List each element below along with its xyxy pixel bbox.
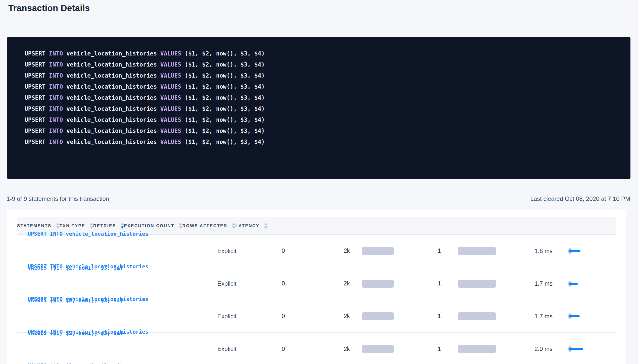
- execution-count-bar: [362, 345, 394, 353]
- sql-statement-line: UPSERT INTO vehicle_location_histories V…: [25, 114, 620, 125]
- statement-link-line2: VALUES ($1, $2, now(), $3, $4): [28, 360, 211, 364]
- retries-cell: 0: [274, 313, 334, 320]
- txn-type-cell: Explicit: [211, 345, 274, 352]
- sql-statement-line: UPSERT INTO vehicle_location_histories V…: [25, 92, 620, 103]
- rows-affected-bar: [458, 280, 496, 288]
- execution-count-cell: 2k: [334, 247, 427, 255]
- sql-statement-line: UPSERT INTO vehicle_location_histories V…: [25, 48, 620, 59]
- sort-asc-icon: [232, 223, 235, 225]
- latency-bar: [569, 348, 583, 350]
- sort-arrows-icon: [264, 223, 268, 229]
- statement-link[interactable]: UPSERT INTO vehicle_location_histories V…: [28, 304, 211, 364]
- rows-affected-bar: [458, 312, 496, 320]
- sql-statement-line: UPSERT INTO vehicle_location_histories V…: [25, 70, 620, 81]
- statement-link-line1: UPSERT INTO vehicle_location_histories: [28, 294, 211, 305]
- column-header-label: LATENCY: [235, 223, 260, 228]
- retries-cell: 0: [274, 280, 334, 287]
- rows-affected-cell: 1: [427, 280, 523, 288]
- txn-type-cell: Explicit: [211, 248, 274, 255]
- statement-link-line1: UPSERT INTO vehicle_location_histories: [28, 326, 211, 338]
- rows-affected-bar: [458, 247, 496, 255]
- latency-bar-chart: [568, 279, 586, 289]
- page-title: Transaction Details: [8, 3, 90, 13]
- statement-table-row: UPSERT INTO vehicle_location_histories V…: [17, 333, 616, 364]
- execution-count-bar: [362, 312, 394, 320]
- transaction-sql-code-block: UPSERT INTO vehicle_location_histories V…: [7, 37, 630, 179]
- execution-count-bar: [362, 247, 394, 255]
- sort-arrows-icon: [232, 223, 235, 229]
- latency-cell: 1.8 ms: [523, 246, 616, 256]
- rows-affected-bar: [458, 345, 496, 353]
- latency-bar-chart: [568, 311, 586, 321]
- execution-count-cell: 2k: [334, 345, 427, 353]
- statements-count-text: 1-9 of 9 statements for this transaction: [7, 195, 109, 202]
- latency-cell: 1.7 ms: [523, 311, 616, 321]
- sort-desc-icon: [264, 226, 268, 229]
- retries-cell: 0: [274, 346, 334, 352]
- rows-affected-cell: 1: [427, 345, 523, 353]
- rows-affected-cell: 1: [427, 247, 523, 255]
- last-cleared-timestamp: Last cleared Oct 08, 2020 at 7:10 PM: [530, 195, 630, 202]
- sort-asc-icon: [264, 223, 268, 225]
- execution-count-bar: [362, 280, 394, 288]
- statement-link-line1: UPSERT INTO vehicle_location_histories: [28, 228, 211, 240]
- latency-bar: [569, 315, 580, 317]
- txn-type-cell: Explicit: [211, 280, 274, 287]
- latency-bar-chart: [568, 246, 586, 256]
- statement-link-line1: UPSERT INTO vehicle_location_histories: [28, 261, 211, 272]
- latency-bar: [569, 250, 580, 252]
- column-header[interactable]: LATENCY: [235, 223, 268, 229]
- latency-bar: [569, 283, 578, 285]
- latency-bar-chart: [568, 344, 586, 354]
- latency-cell: 1.7 ms: [523, 279, 616, 289]
- statement-cell: UPSERT INTO vehicle_location_histories V…: [17, 304, 211, 364]
- sql-statement-line: UPSERT INTO vehicle_location_histories V…: [25, 136, 620, 147]
- latency-cell: 2.0 ms: [523, 344, 616, 354]
- execution-count-cell: 2k: [334, 280, 427, 288]
- sql-statement-line: UPSERT INTO vehicle_location_histories V…: [25, 125, 620, 136]
- sql-statement-line: UPSERT INTO vehicle_location_histories V…: [25, 103, 620, 114]
- statements-table-card: STATEMENTS TXN TYPE RETRIES: [7, 210, 626, 364]
- rows-affected-cell: 1: [427, 312, 523, 320]
- execution-count-cell: 2k: [334, 312, 427, 320]
- table-summary-bar: 1-9 of 9 statements for this transaction…: [7, 195, 630, 202]
- txn-type-cell: Explicit: [211, 313, 274, 320]
- sql-statement-line: UPSERT INTO vehicle_location_histories V…: [25, 59, 620, 70]
- sort-desc-icon: [232, 226, 235, 229]
- retries-cell: 0: [274, 248, 334, 254]
- statements-table-body: UPSERT INTO vehicle_location_histories V…: [17, 235, 616, 364]
- sql-statement-line: UPSERT INTO vehicle_location_histories V…: [25, 81, 620, 92]
